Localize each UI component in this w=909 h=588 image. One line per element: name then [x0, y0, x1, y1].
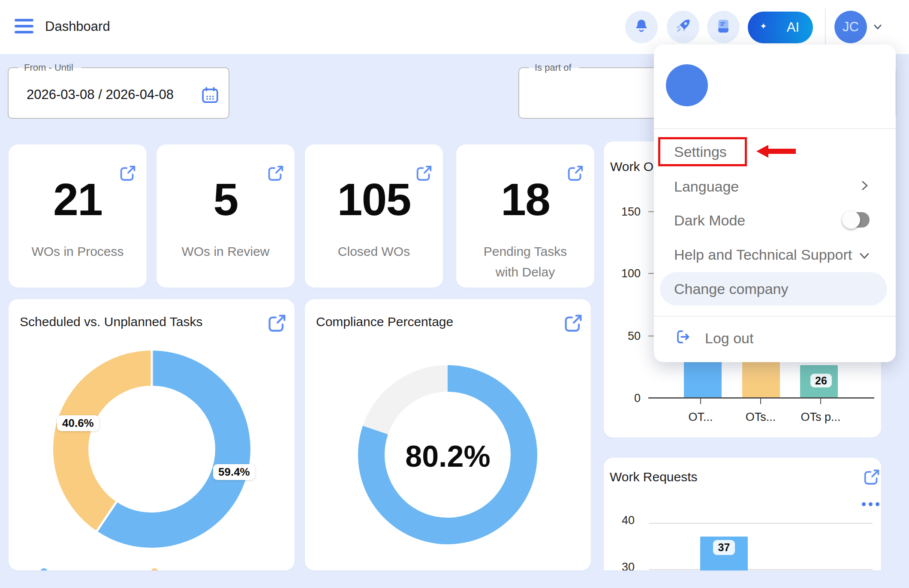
- y-tick-0: 0: [615, 392, 641, 405]
- bar-value-label: 37: [713, 540, 735, 555]
- menu-item-log-out[interactable]: Log out: [705, 330, 753, 347]
- menu-divider: [654, 128, 896, 129]
- x-axis: [648, 397, 874, 399]
- notifications-button[interactable]: [625, 11, 658, 43]
- ai-assistant-button[interactable]: ✦ AI: [748, 12, 813, 43]
- menu-item-settings[interactable]: Settings: [658, 137, 747, 166]
- dark-mode-toggle[interactable]: [843, 212, 870, 228]
- y-tick-150: 150: [615, 205, 641, 219]
- calendar-icon[interactable]: [200, 85, 220, 105]
- user-avatar[interactable]: JC: [834, 11, 867, 43]
- kpi-card-closed-wos: 105 Closed WOs: [305, 144, 443, 288]
- page-title: Dashboard: [45, 19, 110, 34]
- slice-label-scheduled: 59.4%: [213, 464, 255, 480]
- y-tick-100: 100: [615, 267, 641, 280]
- avatar-initials: JC: [843, 19, 859, 35]
- kpi-value: 21: [9, 174, 147, 225]
- hamburger-menu-icon[interactable]: [15, 19, 33, 35]
- kpi-label: WOs in Process: [9, 241, 147, 262]
- topbar-divider: [825, 9, 826, 46]
- x-category: OTs p...: [791, 411, 851, 424]
- work-requests-card: Work Requests 40 30 37: [604, 458, 881, 570]
- y-tick-30: 30: [613, 561, 635, 570]
- slice-label-unplanned: 40.6%: [57, 415, 99, 431]
- menu-divider: [654, 316, 896, 317]
- whats-new-button[interactable]: [667, 11, 699, 43]
- external-link-icon[interactable]: [862, 467, 881, 489]
- menu-item-dark-mode: Dark Mode: [674, 212, 745, 229]
- menu-item-change-company[interactable]: Change company: [660, 272, 887, 306]
- logout-icon: [674, 328, 692, 347]
- date-range-label: From - Until: [21, 62, 77, 73]
- compliance-center-value: 80.2%: [305, 439, 591, 474]
- red-annotation-arrow: [755, 144, 797, 159]
- compliance-donut: [305, 299, 591, 570]
- y-tick-40: 40: [613, 514, 635, 527]
- settings-label: Settings: [674, 144, 727, 160]
- date-range-field[interactable]: From - Until 2026-03-08 / 2026-04-08: [8, 67, 229, 119]
- rocket-icon: [674, 17, 692, 37]
- menu-item-language[interactable]: Language: [674, 178, 739, 195]
- scheduled-vs-unplanned-donut: [9, 299, 295, 570]
- change-company-label: Change company: [674, 281, 789, 297]
- kpi-label: WOs in Review: [157, 241, 295, 262]
- x-category: OTs...: [731, 411, 791, 424]
- kpi-label: Closed WOs: [305, 241, 443, 262]
- toggle-knob: [842, 211, 860, 229]
- chevron-down-icon[interactable]: [871, 21, 884, 33]
- chevron-down-icon: [858, 250, 871, 261]
- is-part-of-label: Is part of: [531, 62, 575, 73]
- x-category: OT...: [671, 411, 731, 424]
- bar-value-label: 26: [810, 374, 832, 387]
- gridline-40: [649, 523, 873, 524]
- kpi-value: 18: [456, 174, 594, 225]
- kpi-card-pending-tasks: 18 Pending Tasks with Delay: [456, 144, 594, 288]
- kpi-value: 5: [157, 174, 295, 225]
- chart-title: Work Or: [610, 159, 658, 174]
- chart-title: Work Requests: [610, 470, 698, 484]
- gridline-30: [649, 569, 873, 570]
- kpi-label: Pending Tasks with Delay: [456, 241, 594, 282]
- y-tick-50: 50: [615, 330, 641, 343]
- kpi-value: 105: [305, 174, 443, 225]
- kpi-card-wos-in-process: 21 WOs in Process: [9, 144, 147, 288]
- chevron-right-icon: [859, 179, 871, 192]
- sparkle-icon: ✦: [760, 21, 767, 31]
- bell-icon: [633, 18, 650, 36]
- kpi-card-wos-in-review: 5 WOs in Review: [157, 144, 295, 288]
- menu-item-help-support[interactable]: Help and Technical Support: [674, 246, 852, 263]
- user-dropdown-menu: Settings Language Dark Mode Help and Tec…: [654, 45, 896, 362]
- scheduled-vs-unplanned-card: Scheduled vs. Unplanned Tasks 40.6% 59.4…: [9, 299, 295, 570]
- menu-user-avatar[interactable]: [666, 64, 708, 106]
- chart-options-menu-icon[interactable]: [862, 502, 879, 506]
- notes-icon: [715, 18, 732, 36]
- release-notes-button[interactable]: [707, 11, 740, 43]
- date-range-value: 2026-03-08 / 2026-04-08: [27, 87, 174, 102]
- ai-button-label: AI: [787, 20, 799, 35]
- compliance-percentage-card: Compliance Percentage 80.2%: [305, 299, 591, 570]
